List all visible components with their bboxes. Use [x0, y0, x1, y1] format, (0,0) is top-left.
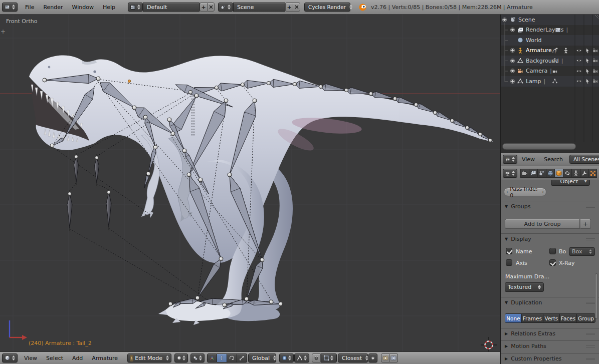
- outliner-item-label[interactable]: Scene: [518, 17, 535, 23]
- toolshelf-open-button[interactable]: +: [1, 28, 6, 35]
- scene-name-field[interactable]: Scene: [233, 3, 285, 12]
- properties-tab-data[interactable]: [571, 169, 580, 178]
- menu-armature[interactable]: Armature: [87, 355, 122, 361]
- properties-editor[interactable]: Object ▼ ‹ Pass Inde: 0 › ▼ Groups Add t…: [501, 180, 599, 364]
- outliner-item-label[interactable]: Armature: [526, 47, 552, 54]
- area-resize-grip[interactable]: [593, 15, 599, 21]
- outliner-display-filter[interactable]: All Scenes: [569, 155, 599, 164]
- motion-paths-panel-header[interactable]: ▶Motion Paths: [505, 343, 546, 349]
- snap-element-select[interactable]: [321, 353, 337, 362]
- snap-target-select[interactable]: Closest: [338, 353, 368, 362]
- properties-tab-physics[interactable]: [588, 169, 597, 178]
- transform-orientation-select[interactable]: Global: [248, 353, 276, 362]
- outliner-item-label[interactable]: World: [526, 37, 542, 44]
- panel-drag-grip-icon[interactable]: [586, 358, 595, 361]
- 3d-viewport[interactable]: Front Ortho (240) Armature : Tail_2 +: [0, 15, 500, 351]
- panel-drag-grip-icon[interactable]: [586, 206, 595, 209]
- object-context-dropdown[interactable]: Object ▼: [551, 180, 590, 186]
- menu-select[interactable]: Select: [42, 355, 68, 361]
- display-xray-checkbox[interactable]: [549, 259, 556, 266]
- outliner-row-camera[interactable]: Camera|: [501, 66, 599, 77]
- menu-help[interactable]: Help: [98, 4, 120, 11]
- expander-icon[interactable]: [510, 79, 515, 84]
- scene-delete-button[interactable]: [293, 3, 300, 12]
- duplication-option-group[interactable]: Group: [577, 314, 595, 322]
- outliner-row-lamp[interactable]: Lamp|: [501, 76, 599, 87]
- proportional-edit-select[interactable]: [279, 353, 294, 362]
- duplication-option-none[interactable]: None: [505, 314, 522, 322]
- duplication-option-faces[interactable]: Faces: [560, 314, 577, 322]
- properties-tab-render-layers[interactable]: [529, 169, 537, 178]
- display-axis-checkbox[interactable]: [506, 259, 512, 266]
- add-group-plus-button[interactable]: +: [580, 219, 591, 229]
- outliner-row-world[interactable]: World: [501, 35, 599, 46]
- editor-type-button-outliner[interactable]: [503, 155, 517, 164]
- render-engine-select[interactable]: Cycles Render: [304, 3, 350, 12]
- menu-view[interactable]: View: [20, 355, 42, 361]
- duplication-option-frames[interactable]: Frames: [522, 314, 543, 322]
- manipulator-scale[interactable]: [237, 353, 247, 362]
- opengl-render-still-button[interactable]: [381, 353, 389, 362]
- outliner-row-renderlayers[interactable]: RenderLayers|: [501, 25, 599, 36]
- properties-tab-scene[interactable]: [537, 169, 546, 178]
- properties-tab-world[interactable]: [546, 169, 554, 178]
- manipulator-translate[interactable]: [217, 353, 227, 362]
- display-name-checkbox[interactable]: [506, 248, 512, 254]
- bounds-type-select[interactable]: Box: [569, 247, 595, 256]
- expander-icon[interactable]: [510, 28, 515, 32]
- expander-icon[interactable]: [510, 59, 515, 63]
- editor-type-button-properties[interactable]: [503, 169, 517, 178]
- outliner-row-scene[interactable]: Scene: [501, 15, 599, 25]
- properties-tab-constraints[interactable]: [563, 169, 571, 178]
- editor-type-button-3dview[interactable]: [2, 353, 18, 362]
- panel-drag-grip-icon[interactable]: [586, 302, 595, 305]
- editor-type-button-info[interactable]: [2, 3, 18, 12]
- properties-tab-modifiers[interactable]: [580, 169, 588, 178]
- expander-icon[interactable]: [502, 18, 507, 22]
- menu-render[interactable]: Render: [39, 4, 67, 11]
- screen-layout-delete-button[interactable]: [207, 3, 215, 12]
- outliner-item-label[interactable]: Camera: [526, 68, 547, 74]
- falloff-type-select[interactable]: [294, 353, 309, 362]
- properties-tab-object[interactable]: [554, 169, 563, 178]
- outliner-row-background[interactable]: Background|: [501, 56, 599, 66]
- panel-drag-grip-icon[interactable]: [586, 333, 595, 336]
- mode-select[interactable]: Edit Mode: [127, 353, 171, 362]
- panel-drag-grip-icon[interactable]: [586, 345, 595, 348]
- screen-layout-browse-button[interactable]: [128, 3, 143, 12]
- panel-drag-grip-icon[interactable]: [586, 238, 595, 241]
- expander-icon[interactable]: [510, 48, 515, 53]
- outliner-row-armature[interactable]: Armature|: [501, 46, 599, 56]
- display-panel-header[interactable]: ▼ Display: [505, 236, 531, 242]
- screen-layout-add-button[interactable]: +: [199, 3, 207, 12]
- snap-toggle-button[interactable]: [312, 353, 321, 362]
- groups-panel-header[interactable]: ▼ Groups: [505, 203, 530, 210]
- add-to-group-button[interactable]: Add to Group: [505, 219, 580, 229]
- expander-icon[interactable]: [510, 69, 515, 73]
- snap-peel-button[interactable]: [368, 353, 377, 362]
- max-draw-type-select[interactable]: Textured: [505, 282, 544, 292]
- manipulator-rotate[interactable]: [227, 353, 237, 362]
- outliner-editor[interactable]: SceneRenderLayers|WorldArmature|Backgrou…: [501, 15, 599, 152]
- menu-window[interactable]: Window: [68, 4, 98, 11]
- pivot-point-select[interactable]: [190, 353, 205, 362]
- duplication-panel-header[interactable]: ▼ Duplication: [505, 299, 542, 306]
- duplication-option-verts[interactable]: Verts: [543, 314, 560, 322]
- viewport-shading-select[interactable]: [174, 353, 188, 362]
- menu-add[interactable]: Add: [68, 355, 87, 361]
- outliner-horizontal-scrollbar[interactable]: [502, 143, 576, 150]
- screen-layout-name-field[interactable]: Default: [143, 3, 199, 12]
- manipulator-axis[interactable]: [207, 353, 217, 362]
- relations-extras-panel-header[interactable]: ▶Relations Extras: [505, 330, 555, 337]
- scene-add-button[interactable]: +: [285, 3, 293, 12]
- custom-properties-panel-header[interactable]: ▶Custom Properties: [505, 355, 561, 362]
- opengl-render-anim-button[interactable]: [389, 353, 398, 362]
- display-bounds-checkbox[interactable]: [549, 248, 556, 254]
- properties-tab-render[interactable]: [520, 169, 529, 178]
- properties-vertical-scrollbar[interactable]: [595, 273, 598, 319]
- scene-browse-button[interactable]: [218, 3, 233, 12]
- menu-file[interactable]: File: [21, 4, 39, 11]
- outliner-menu-search[interactable]: Search: [539, 156, 567, 163]
- outliner-item-label[interactable]: Lamp: [526, 78, 541, 85]
- outliner-menu-view[interactable]: View: [517, 156, 539, 163]
